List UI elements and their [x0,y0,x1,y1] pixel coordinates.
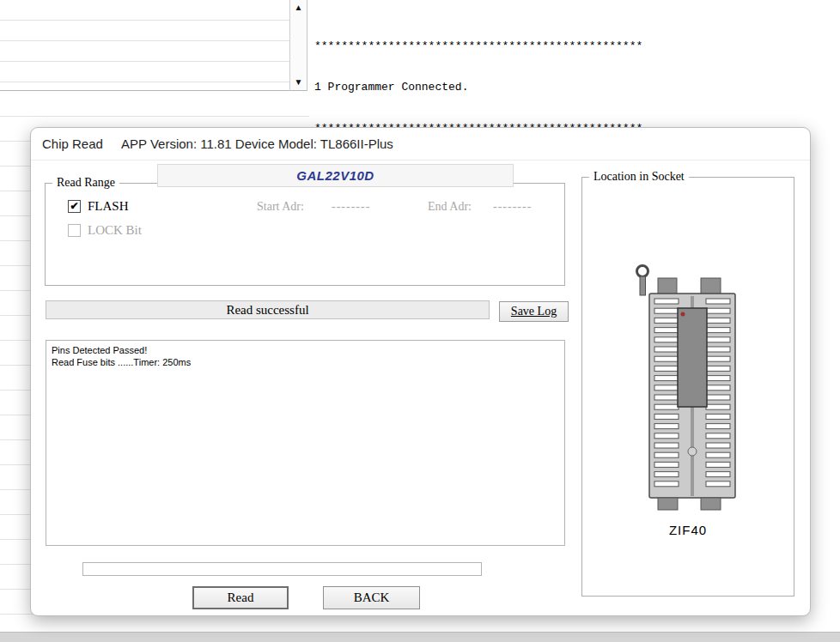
dialog-title: Chip Read [42,136,103,151]
read-button[interactable]: Read [192,586,289,609]
scroll-down-icon[interactable]: ▼ [290,76,307,88]
chip-name-tab: GAL22V10D [157,164,514,187]
status-message-bar: Read successful [46,300,490,319]
operation-log-box[interactable]: Pins Detected Passed! Read Fuse bits ...… [46,340,565,546]
flash-label: FLASH [88,199,129,214]
log-line: Pins Detected Passed! [52,344,559,356]
location-in-socket-group: Location in Socket ZIF40 [581,177,794,597]
end-adr-value: -------- [493,200,532,214]
console-line: 1 Programmer Connected. [314,81,840,94]
log-line: Read Fuse bits ......Timer: 250ms [52,356,559,368]
lock-bit-label: LOCK Bit [88,223,142,238]
end-adr-label: End Adr: [428,200,472,214]
back-button[interactable]: BACK [323,586,420,609]
chip-read-dialog: Chip Read APP Version: 11.81 Device Mode… [30,127,811,616]
desktop: { "background": { "console_lines": [ "**… [0,0,840,642]
dialog-subtitle: APP Version: 11.81 Device Model: TL866II… [121,136,393,151]
lock-bit-checkbox[interactable] [68,224,81,237]
background-status-bar [0,632,840,642]
start-adr-label: Start Adr: [257,200,304,214]
zif-socket-icon [624,259,752,517]
location-in-socket-legend: Location in Socket [589,170,689,184]
read-range-legend: Read Range [52,176,119,190]
start-adr-value: -------- [332,200,370,214]
background-list-panel [0,0,289,91]
progress-bar [82,562,482,576]
checkmark-icon: ✔ [70,200,78,212]
console-line: ****************************************… [314,39,840,53]
background-scrollbar[interactable]: ▲ ▼ [289,0,307,91]
socket-name-label: ZIF40 [582,523,794,537]
scroll-up-icon[interactable]: ▲ [290,2,307,14]
pin1-marker-dot [681,312,685,317]
flash-checkbox[interactable]: ✔ [68,200,81,213]
save-log-button[interactable]: Save Log [499,301,569,322]
